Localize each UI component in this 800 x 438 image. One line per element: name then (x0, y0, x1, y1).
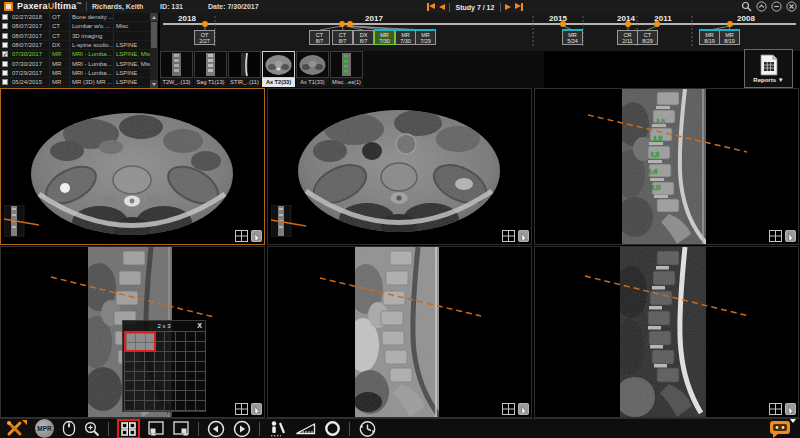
first-study-button[interactable] (427, 3, 435, 11)
study-row[interactable]: 02/27/2018OTBone density ... (0, 13, 150, 22)
timeline-study-marker[interactable]: OT2/27 (194, 30, 215, 45)
series-page-icon[interactable] (518, 403, 529, 415)
viewport-layout-icon[interactable] (502, 403, 515, 415)
toolbar-divider (198, 422, 199, 436)
previous-study-button[interactable] (439, 4, 445, 10)
study-row[interactable]: 08/07/2017CT3D imaging (0, 32, 150, 41)
timeline-study-marker[interactable]: MR8/19 (699, 30, 720, 45)
timeline-study-marker[interactable]: CT8/7 (332, 30, 353, 45)
popup-close-button[interactable]: X (197, 321, 202, 331)
study-row[interactable]: 08/07/2017CTLumbar w/o ...Misc (0, 22, 150, 31)
layout-selection-2x3[interactable] (124, 331, 156, 352)
zoom-in-icon[interactable] (84, 421, 100, 437)
ellipse-roi-icon[interactable] (324, 420, 341, 437)
timeline-year: 2018 (178, 14, 196, 23)
sagittal-mri-image (535, 247, 798, 417)
mpr-button[interactable]: MPR (35, 419, 54, 438)
timeline-study-marker[interactable]: CT8/7 (309, 30, 330, 45)
study-row[interactable]: 07/30/2017MRMRI - Lumba...LSPINE, Misc (0, 59, 150, 68)
scrollbar-thumb[interactable] (151, 22, 157, 48)
timeline-study-marker[interactable]: MR7/30 (395, 30, 416, 45)
grid-layout-popup: 2 x 3 X (122, 320, 206, 412)
series-page-icon[interactable] (251, 403, 262, 415)
app-logo-icon (4, 2, 13, 11)
study-row[interactable]: 08/07/2017DXL-spine scolio...LSPINE (0, 41, 150, 50)
layout-swap-1-icon[interactable] (148, 421, 165, 436)
viewport-axial-t2-2[interactable] (267, 88, 532, 245)
timeline-year: 2011 (654, 14, 671, 23)
thumbnail-label: Ax T2(33) (262, 78, 295, 87)
close-window-button[interactable] (786, 1, 797, 12)
viewport-layout-icon[interactable] (235, 230, 248, 242)
viewport-sagittal-stir[interactable] (534, 246, 799, 418)
vertebra-label: L2 (654, 135, 662, 142)
vertebra-label: L3 (651, 151, 659, 158)
reports-button[interactable]: Reports ▼ (744, 49, 793, 88)
study-checkbox[interactable] (2, 42, 8, 48)
thumbnail-label: Sag T1(13) (194, 78, 227, 87)
series-thumbnail[interactable]: Ax T1(33) (296, 51, 329, 88)
toolbar-divider (349, 422, 350, 436)
series-page-icon[interactable] (518, 230, 529, 242)
scroll-down-button[interactable] (150, 80, 158, 88)
timeline-study-marker[interactable]: CR2/11 (617, 30, 638, 45)
series-page-icon[interactable] (785, 403, 796, 415)
minimize-window-button[interactable] (771, 1, 782, 12)
study-checkbox[interactable] (2, 33, 8, 39)
viewport-sagittal-labeled[interactable]: L1 L2 L3 L4 L5 (534, 88, 799, 245)
grid-2x2-icon (121, 422, 136, 436)
study-checkbox-checked[interactable]: ✓ (2, 51, 8, 57)
viewport-layout-icon[interactable] (235, 403, 248, 415)
study-checkbox[interactable] (2, 23, 8, 29)
sagittal-mri-image (535, 89, 798, 244)
series-thumbnail[interactable]: Misc ..es(1) (330, 51, 363, 88)
search-icon[interactable] (741, 1, 752, 12)
annotation-icon[interactable] (268, 420, 287, 437)
next-study-button[interactable] (505, 4, 511, 10)
previous-image-button[interactable] (207, 420, 225, 438)
app-title: PaxeraUltima™ (17, 1, 82, 11)
series-thumbnail-strip: T2W_..(13) Sag T1(13) STIR_..(11) Ax T2(… (160, 51, 544, 88)
vertebra-label: L4 (649, 168, 657, 175)
study-checkbox[interactable] (2, 61, 8, 67)
tools-icon[interactable] (5, 420, 27, 437)
series-thumbnail-selected[interactable]: Ax T2(33) (262, 51, 295, 88)
layout-swap-2-icon[interactable] (173, 421, 190, 436)
study-checkbox[interactable] (2, 79, 8, 85)
timeline-study-marker[interactable]: MR7/29 (415, 30, 436, 45)
series-thumbnail[interactable]: Sag T1(13) (194, 51, 227, 88)
study-checkbox[interactable] (2, 70, 8, 76)
layout-2x2-button-active[interactable] (117, 419, 140, 438)
viewport-layout-icon[interactable] (769, 230, 782, 242)
next-image-button[interactable] (233, 420, 251, 438)
study-row-selected[interactable]: ✓07/30/2017MRMRI - Lumba...LSPINE, Misc (0, 50, 150, 59)
viewport-axial-t2-active[interactable] (0, 88, 265, 245)
localizer-minimap (4, 205, 40, 241)
viewport-layout-icon[interactable] (502, 230, 515, 242)
timeline-study-marker[interactable]: CT8/29 (637, 30, 658, 45)
scroll-up-button[interactable] (150, 13, 158, 21)
study-list-scrollbar[interactable] (150, 13, 158, 88)
reset-tool-icon[interactable] (358, 420, 377, 438)
series-thumbnail[interactable]: STIR_..(11) (228, 51, 261, 88)
series-page-icon[interactable] (251, 230, 262, 242)
restore-window-button[interactable] (756, 1, 767, 12)
ai-chat-button[interactable] (769, 419, 796, 438)
ruler-icon[interactable] (295, 421, 316, 436)
study-checkbox[interactable] (2, 14, 8, 20)
study-row[interactable]: 07/29/2017MRMRI - Lumba...LSPINE (0, 69, 150, 78)
layout-grid-cells[interactable] (124, 331, 206, 411)
viewport-sagittal-t1-bright[interactable] (267, 246, 532, 418)
timeline-study-marker[interactable]: MR8/19 (719, 30, 740, 45)
timeline: 2018 2017 2015 2014 2011 2008 OT2/27 CT8… (160, 13, 800, 51)
localizer-minimap (271, 205, 307, 241)
last-study-button[interactable] (515, 3, 523, 11)
timeline-study-marker[interactable]: DX8/7 (353, 30, 374, 45)
mouse-icon[interactable] (62, 420, 76, 437)
timeline-study-marker-selected[interactable]: MR7/30 (374, 30, 395, 45)
timeline-study-marker[interactable]: MR5/24 (562, 30, 583, 45)
viewport-layout-icon[interactable] (769, 403, 782, 415)
study-row[interactable]: 05/24/2015MRMR (3D) MR ...LSPINE (0, 78, 150, 87)
series-thumbnail[interactable]: T2W_..(13) (160, 51, 193, 88)
series-page-icon[interactable] (785, 230, 796, 242)
